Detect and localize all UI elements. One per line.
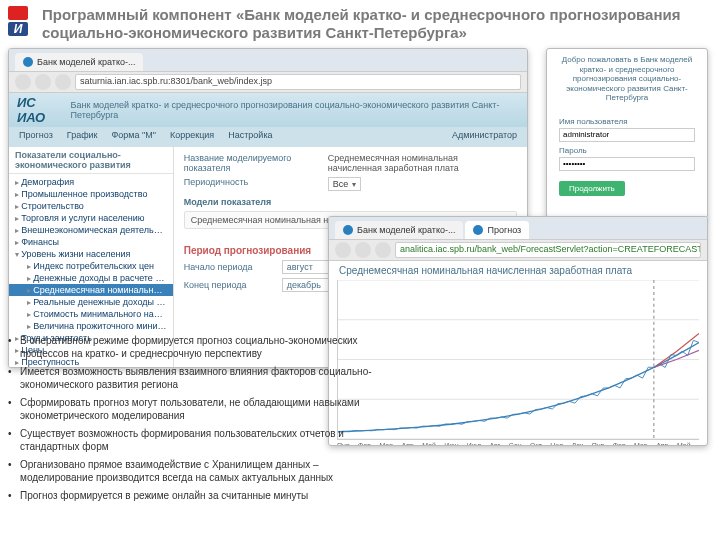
period-start-label: Начало периода xyxy=(184,262,274,272)
tab-label: Прогноз xyxy=(487,225,521,235)
feature-bullet: Прогноз формируется в режиме онлайн за с… xyxy=(8,490,388,503)
login-submit-button[interactable]: Продолжить xyxy=(559,181,625,196)
tree-item-min-set[interactable]: Стоимость минимального набора продуктов … xyxy=(9,308,173,320)
indicator-tree-sidebar: Показатели социально-экономического разв… xyxy=(9,147,174,367)
models-heading: Модели показателя xyxy=(184,197,517,207)
indicator-value: Среднемесячная номинальная начисленная з… xyxy=(328,153,488,173)
menu-chart[interactable]: График xyxy=(67,130,98,144)
menu-admin[interactable]: Администратор xyxy=(452,130,517,144)
tree-item-industry[interactable]: Промышленное производство xyxy=(9,188,173,200)
tree-item-construction[interactable]: Строительство xyxy=(9,200,173,212)
tree-item-cpi[interactable]: Индекс потребительских цен xyxy=(9,260,173,272)
period-end-label: Конец периода xyxy=(184,280,274,290)
tree-item-demography[interactable]: Демография xyxy=(9,176,173,188)
chart-plot-area xyxy=(337,280,699,440)
address-bar[interactable]: saturnia.ian.iac.spb.ru:8301/bank_web/in… xyxy=(75,74,521,90)
username-label: Имя пользователя xyxy=(559,117,695,126)
login-welcome: Добро пожаловать в Банк моделей кратко- … xyxy=(547,49,707,109)
username-input[interactable]: administrator xyxy=(559,128,695,142)
login-window: Добро пожаловать в Банк моделей кратко- … xyxy=(546,48,708,218)
password-label: Пароль xyxy=(559,146,695,155)
back-button[interactable] xyxy=(15,74,31,90)
page-title: Программный компонент «Банк моделей крат… xyxy=(42,6,712,42)
browser-tab-active[interactable]: Прогноз xyxy=(465,221,529,239)
app-header: ИС ИАО Банк моделей кратко- и среднесроч… xyxy=(9,93,527,127)
favicon-icon xyxy=(343,225,353,235)
tab-label: Банк моделей кратко-... xyxy=(37,57,135,67)
menu-correction[interactable]: Коррекция xyxy=(170,130,214,144)
menu-form-m[interactable]: Форма "М" xyxy=(112,130,156,144)
page-header: И Программный компонент «Банк моделей кр… xyxy=(0,0,720,44)
reload-button[interactable] xyxy=(55,74,71,90)
tree-item-finances[interactable]: Финансы xyxy=(9,236,173,248)
feature-bullets: В оперативном режиме формируется прогноз… xyxy=(8,335,388,509)
app-logo: ИС ИАО xyxy=(17,95,65,125)
favicon-icon xyxy=(23,57,33,67)
tree-item-real-income[interactable]: Реальные денежные доходы населения xyxy=(9,296,173,308)
app-menu: Прогноз График Форма "М" Коррекция Настр… xyxy=(9,127,527,147)
menu-settings[interactable]: Настройка xyxy=(228,130,272,144)
sidebar-heading: Показатели социально-экономического разв… xyxy=(9,147,173,174)
periodicity-label: Периодичность xyxy=(184,177,304,187)
tab-label: Банк моделей кратко-... xyxy=(357,225,455,235)
browser-tab[interactable]: Банк моделей кратко-... xyxy=(335,221,463,239)
indicator-label: Название моделируемого показателя xyxy=(184,153,304,173)
reload-button[interactable] xyxy=(375,242,391,258)
feature-bullet: Существует возможность формирования поль… xyxy=(8,428,388,453)
tree-item-trade[interactable]: Торговля и услуги населению xyxy=(9,212,173,224)
browser-tab[interactable]: Банк моделей кратко-... xyxy=(15,53,143,71)
back-button[interactable] xyxy=(335,242,351,258)
tree-item-avg-wage[interactable]: Среднемесячная номинальная начисленная з… xyxy=(9,284,173,296)
browser-tabstrip: Банк моделей кратко-... xyxy=(9,49,527,71)
chart-title: Среднемесячная номинальная начисленная з… xyxy=(329,261,707,280)
password-input[interactable]: •••••••• xyxy=(559,157,695,171)
tree-item-foreign[interactable]: Внешнеэкономическая деятельность xyxy=(9,224,173,236)
favicon-icon xyxy=(473,225,483,235)
tree-item-subsistence[interactable]: Величина прожиточного минимума (в средне… xyxy=(9,320,173,332)
feature-bullet: Сформировать прогноз могут пользователи,… xyxy=(8,397,388,422)
periodicity-select[interactable]: Все xyxy=(328,177,362,191)
tree-item-living-level[interactable]: Уровень жизни населения xyxy=(9,248,173,260)
feature-bullet: Имеется возможность выявления взаимного … xyxy=(8,366,388,391)
browser-tabstrip: Банк моделей кратко-... Прогноз xyxy=(329,217,707,239)
menu-forecast[interactable]: Прогноз xyxy=(19,130,53,144)
product-logo: И xyxy=(8,6,36,38)
feature-bullet: В оперативном режиме формируется прогноз… xyxy=(8,335,388,360)
tree-item-income-pc[interactable]: Денежные доходы в расчете на душу населе… xyxy=(9,272,173,284)
address-bar[interactable]: analitica.iac.spb.ru/bank_web/ForecastSe… xyxy=(395,242,701,258)
forward-button[interactable] xyxy=(355,242,371,258)
browser-toolbar: saturnia.ian.iac.spb.ru:8301/bank_web/in… xyxy=(9,71,527,93)
feature-bullet: Организовано прямое взаимодействие с Хра… xyxy=(8,459,388,484)
browser-toolbar: analitica.iac.spb.ru/bank_web/ForecastSe… xyxy=(329,239,707,261)
forward-button[interactable] xyxy=(35,74,51,90)
app-title: Банк моделей кратко- и среднесрочного пр… xyxy=(71,100,519,120)
